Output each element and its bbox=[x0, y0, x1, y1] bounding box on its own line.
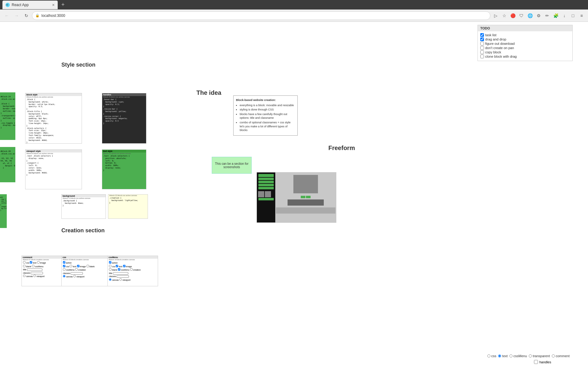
idea-bullet-1: everything is a block: movable and resiz… bbox=[240, 103, 295, 107]
idea-box-title: Block-based website creation: bbox=[236, 98, 295, 102]
nav-icon-7[interactable]: ↓ bbox=[560, 12, 568, 20]
card-background-title: background bbox=[62, 195, 106, 197]
app-screenshot-inner bbox=[257, 172, 336, 222]
left-partial-3: #37 .img { obj-fit: contain; } .image{ b… bbox=[0, 194, 7, 228]
todo-checkbox-5[interactable] bbox=[480, 50, 484, 54]
comment-title-input[interactable] bbox=[27, 268, 42, 271]
todo-checkbox-6[interactable] bbox=[480, 55, 484, 58]
nav-icon-8[interactable]: □ bbox=[569, 12, 577, 20]
card-css-title: css bbox=[62, 256, 112, 259]
radio-cssmenu-input[interactable] bbox=[509, 354, 513, 357]
todo-label-3: figure out download bbox=[485, 42, 515, 45]
todo-label-2: drag and drop bbox=[485, 37, 506, 41]
idea-box: Block-based website creation: everything… bbox=[233, 95, 298, 136]
nav-icon-6[interactable]: ✏ bbox=[543, 12, 551, 20]
todo-checkbox-2[interactable] bbox=[480, 37, 484, 41]
card-cssmenu-title: cssMenu bbox=[108, 256, 158, 259]
idea-bullet-3: blocks have a few carefully thought out … bbox=[240, 112, 295, 120]
radio-comment-label: comment bbox=[556, 354, 570, 358]
radio-transparent: transparent bbox=[529, 354, 550, 358]
todo-label-6: clone block with drag bbox=[485, 55, 517, 58]
cssmenu-classes-input[interactable] bbox=[117, 275, 129, 278]
nav-icon-puzzle[interactable]: 🧩 bbox=[552, 12, 560, 20]
card-background-content: .background { background: #eee; } bbox=[62, 199, 106, 207]
nav-icon-3[interactable]: 🛡 bbox=[517, 12, 525, 20]
browser-tab[interactable]: ⚛ React App × bbox=[2, 1, 58, 9]
app-screenshot bbox=[257, 172, 336, 223]
nav-icons: ▷ ☆ 🔴 🛡 🌐 ⚙ ✏ 🧩 ↓ □ ≡ bbox=[492, 12, 586, 20]
refresh-button[interactable]: ↻ bbox=[22, 11, 31, 20]
card-background: background #block-13.block.css.active.ca… bbox=[61, 194, 106, 219]
handles-checkbox-container: handles bbox=[534, 360, 551, 364]
comment-classes-input[interactable] bbox=[31, 272, 43, 274]
canvas-area[interactable]: TODO task list drag and drop figure out … bbox=[0, 22, 588, 367]
card-viewport-content: .text .block-selectors { display: none; … bbox=[25, 154, 82, 176]
card-handles-content: .hover-bar { background: cyan; opacity: … bbox=[102, 98, 146, 125]
style-section-title: Style section bbox=[61, 62, 95, 68]
card-text-content: .text .block-selectors { position: absol… bbox=[102, 154, 146, 172]
nav-icon-1[interactable]: ▷ bbox=[492, 12, 500, 20]
card-handles-title: handles bbox=[102, 93, 146, 96]
tab-close-button[interactable]: × bbox=[52, 2, 55, 7]
card-viewport-style: viewport style #block-8.block.css.active… bbox=[25, 149, 82, 189]
todo-item-1: task list bbox=[480, 33, 570, 37]
todo-label-1: task list bbox=[485, 33, 497, 37]
todo-body: task list drag and drop figure out downl… bbox=[478, 31, 572, 61]
card-block-style-content: .block { background: white; border: soli… bbox=[25, 98, 82, 144]
nav-icon-star[interactable]: ☆ bbox=[500, 12, 508, 20]
todo-checkbox-4[interactable] bbox=[480, 46, 484, 50]
creation-section-title: Creation section bbox=[61, 227, 105, 234]
radio-transparent-input[interactable] bbox=[529, 354, 532, 357]
idea-bullets: everything is a block: movable and resiz… bbox=[236, 103, 295, 132]
nav-bar: ← → ↻ 🔒 localhost:3000 ▷ ☆ 🔴 🛡 🌐 ⚙ ✏ 🧩 ↓… bbox=[0, 10, 588, 22]
card-cssmenu: cssMenu #block-18.block.creation.canvas … bbox=[107, 256, 158, 286]
nav-icon-5[interactable]: ⚙ bbox=[535, 12, 543, 20]
card-creation-content: .creation { background: lightyellow; } bbox=[108, 196, 148, 204]
app-right-panel bbox=[275, 172, 336, 222]
card-handles: handles #block-8.block.css.active.canvas… bbox=[102, 93, 146, 144]
radio-css-input[interactable] bbox=[487, 354, 490, 357]
back-button[interactable]: ← bbox=[2, 11, 11, 20]
address-bar[interactable]: 🔒 localhost:3000 bbox=[32, 11, 490, 20]
new-tab-button[interactable]: + bbox=[60, 2, 66, 8]
main-content: TODO task list drag and drop figure out … bbox=[0, 22, 588, 367]
card-block-style: block style #block-8.block.css.active.ca… bbox=[25, 93, 82, 144]
left-partial-1: #block-24 .block.css.active.canvas .bloc… bbox=[0, 92, 15, 140]
radio-css: css bbox=[487, 354, 497, 358]
todo-checkbox-1[interactable] bbox=[480, 33, 484, 37]
radio-text-input[interactable] bbox=[498, 354, 501, 357]
card-viewport-title: viewport style bbox=[25, 150, 82, 153]
screenshot-block: This can be a section for screenshots bbox=[212, 157, 252, 174]
browser-chrome: ⚛ React App × + bbox=[0, 0, 588, 10]
nav-icon-4[interactable]: 🌐 bbox=[526, 12, 534, 20]
cssmenu-title-input[interactable] bbox=[113, 272, 128, 275]
card-css-fields: active css text image blank cssMenu crea… bbox=[62, 261, 112, 279]
css-classes-input[interactable] bbox=[71, 272, 83, 275]
tab-title: React App bbox=[12, 3, 29, 7]
radio-comment: comment bbox=[552, 354, 570, 358]
card-css: css #block-15.block.creation.canvas acti… bbox=[61, 256, 112, 286]
todo-item-4: don't create on pan bbox=[480, 46, 570, 50]
app-left-panel bbox=[257, 172, 275, 222]
radio-comment-input[interactable] bbox=[552, 354, 555, 357]
handles-checkbox[interactable] bbox=[534, 360, 538, 364]
card-creation: #block-23.block.css.active.canvas .creat… bbox=[108, 194, 148, 219]
screenshot-text: This can be a section for screenshots bbox=[213, 162, 250, 169]
lock-icon: 🔒 bbox=[35, 14, 40, 17]
radio-text-label: text bbox=[502, 354, 508, 358]
todo-checkbox-3[interactable] bbox=[480, 42, 484, 45]
todo-item-2: drag and drop bbox=[480, 37, 570, 41]
radio-cssmenu-label: cssMenu bbox=[513, 354, 527, 358]
card-text-title: text style bbox=[102, 150, 146, 153]
idea-bullet-4: combo of optional classnames + css style… bbox=[240, 121, 295, 132]
address-text: localhost:3000 bbox=[41, 14, 65, 18]
forward-button[interactable]: → bbox=[12, 11, 21, 20]
radio-controls: css text cssMenu transparent comment bbox=[487, 354, 570, 358]
todo-item-5: copy block bbox=[480, 50, 570, 54]
freeform-title: Freeform bbox=[328, 145, 355, 152]
nav-icon-2[interactable]: 🔴 bbox=[509, 12, 517, 20]
handles-label: handles bbox=[539, 360, 551, 364]
card-cssmenu-fields: active css text image blank cssMenu crea… bbox=[108, 261, 158, 282]
nav-icon-9[interactable]: ≡ bbox=[578, 12, 586, 20]
radio-css-label: css bbox=[491, 354, 497, 358]
